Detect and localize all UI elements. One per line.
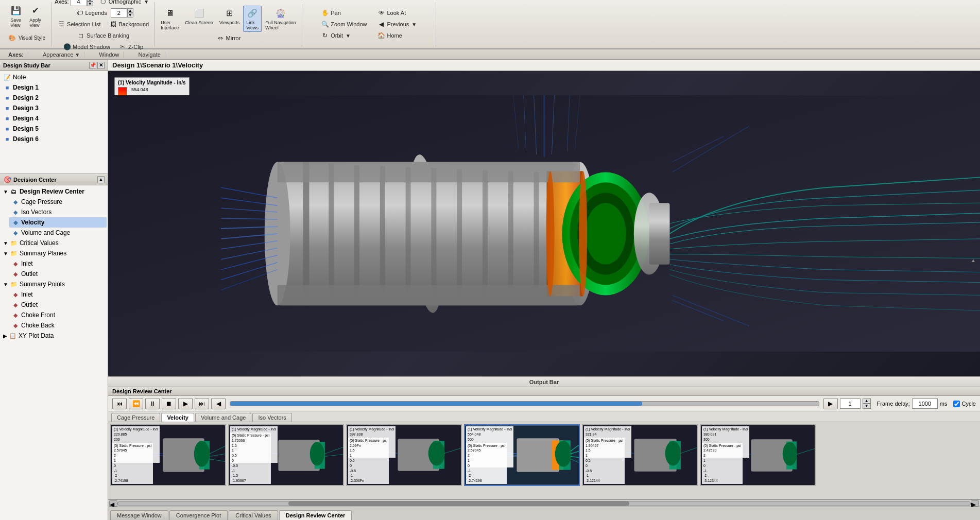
frame-dn[interactable]: ▼ <box>863 404 871 409</box>
view-settings-tab[interactable]: Axes: <box>4 51 28 58</box>
pan-button[interactable]: ✋ Pan <box>318 8 369 18</box>
play-to-end[interactable]: ⏭ <box>195 398 209 409</box>
legends-dn[interactable]: ▼ <box>127 13 133 18</box>
previous-button[interactable]: ◀ Previous ▼ <box>375 19 420 29</box>
tree-note[interactable]: 📝 Note <box>1 72 107 82</box>
viewports-button[interactable]: ⊞ Viewports <box>217 6 242 27</box>
tree-critical-values[interactable]: ▼ 📁 Critical Values <box>1 238 107 248</box>
visual-style-button[interactable]: 🎨 Visual Style <box>3 30 48 46</box>
bottom-tab-critical-values[interactable]: Critical Values <box>229 510 278 520</box>
output-tab-iso-vectors[interactable]: Iso Vectors <box>252 413 291 422</box>
tree-design3[interactable]: ■ Design 3 <box>1 103 107 113</box>
playback-progress[interactable] <box>230 401 819 406</box>
z-clip-button[interactable]: ✂ Z-Clip <box>116 42 146 52</box>
zoom-window-button[interactable]: 🔍 Zoom Window <box>318 19 369 29</box>
background-button[interactable]: 🖼 Background <box>107 19 152 29</box>
design4-icon: ■ <box>3 114 11 123</box>
appearance-dropdown[interactable]: ▼ <box>75 52 80 58</box>
thumbnails-scrollbar[interactable]: ◀ ▶ <box>108 499 980 507</box>
tree-inlet-plane[interactable]: ◆ Inlet <box>9 258 107 269</box>
mirror-button[interactable]: ⇔ Mirror <box>214 33 244 43</box>
panel-close-button[interactable]: ✕ <box>97 62 105 69</box>
tree-inlet-pt[interactable]: ◆ Inlet <box>9 289 107 300</box>
tree-cage-pressure[interactable]: ◆ Cage Pressure <box>9 197 107 207</box>
play-forward[interactable]: ▶ <box>178 398 193 409</box>
tree-volume-and-cage[interactable]: ◆ Volume and Cage <box>9 228 107 238</box>
user-interface-button[interactable]: 🖥 UserInterface <box>158 6 181 32</box>
play-back[interactable]: ⏪ <box>129 398 143 409</box>
apply-view-button[interactable]: ✔ ApplyView <box>26 3 45 29</box>
window-label: Window <box>99 51 119 58</box>
thumbnail-6[interactable]: (1) Velocity Magnitude - in/s380.0813002… <box>700 424 816 486</box>
scroll-left[interactable]: ◀ <box>109 500 117 507</box>
appearance-row2: 🏷 Legends 2 ▲ ▼ <box>73 8 133 18</box>
tree-design-review-center[interactable]: ▼ 🗂 Design Review Center <box>1 186 107 197</box>
stop[interactable]: ⏹ <box>162 398 176 409</box>
axes-spinner[interactable]: 4 ▲ ▼ <box>71 0 93 6</box>
axes-dn[interactable]: ▼ <box>87 2 93 6</box>
frame-number-input[interactable] <box>840 398 861 409</box>
tree-summary-planes[interactable]: ▼ 📁 Summary Planes <box>1 248 107 258</box>
frame-up[interactable]: ▲ <box>863 398 871 404</box>
output-bar-expand[interactable]: ▲ <box>971 257 976 263</box>
scroll-right[interactable]: ▶ <box>971 500 979 507</box>
look-at-button[interactable]: 👁 Look At <box>375 8 420 18</box>
tree-choke-back[interactable]: ◆ Choke Back <box>9 320 107 331</box>
frame-delay-input[interactable] <box>912 398 938 409</box>
home-button[interactable]: 🏠 Home <box>375 30 420 41</box>
surface-blanking-button[interactable]: ◻ Surface Blanking <box>74 30 132 41</box>
scroll-track[interactable] <box>117 501 971 506</box>
thumbnail-2[interactable]: (1) Velocity Magnitude - in/s876.6357005… <box>228 424 344 486</box>
tree-xy-plot-data[interactable]: ▶ 📋 XY Plot Data <box>1 331 107 341</box>
tree-design2[interactable]: ■ Design 2 <box>1 93 107 103</box>
output-tab-velocity[interactable]: Velocity <box>161 413 194 422</box>
legends-button[interactable]: 🏷 Legends <box>73 8 110 18</box>
model-shadow-button[interactable]: 🌑 Model Shadow <box>60 42 113 52</box>
save-view-button[interactable]: 💾 SaveView <box>7 3 25 29</box>
main-layout: Design Study Bar 📌 ✕ 📝 Note ■ Design 1 ■… <box>0 60 980 520</box>
tree-iso-vectors[interactable]: ◆ Iso Vectors <box>9 207 107 217</box>
pause[interactable]: ⏸ <box>145 398 160 409</box>
legends-spinner[interactable]: 2 ▲ ▼ <box>111 8 133 18</box>
tree-choke-front[interactable]: ◆ Choke Front <box>9 310 107 320</box>
dc-scroll-up[interactable]: ▲ <box>97 176 105 183</box>
legends-input[interactable]: 2 <box>111 8 127 18</box>
tree-design4[interactable]: ■ Design 4 <box>1 113 107 124</box>
panel-pin-button[interactable]: 📌 <box>89 62 96 69</box>
appearance-tab[interactable]: Appearance ▼ <box>39 51 84 58</box>
design1-label: Design 1 <box>13 84 39 91</box>
tree-design6[interactable]: ■ Design 6 <box>1 134 107 144</box>
tree-outlet-pt[interactable]: ◆ Outlet <box>9 300 107 310</box>
axes-input[interactable]: 4 <box>71 0 87 6</box>
output-tab-cage-pressure[interactable]: Cage Pressure <box>111 413 160 422</box>
output-tab-volume-cage[interactable]: Volume and Cage <box>195 413 251 422</box>
selection-list-button[interactable]: ☰ Selection List <box>55 19 103 29</box>
thumbnail-4[interactable]: (1) Velocity Magnitude - in/s554.0485004… <box>464 424 580 486</box>
tree-summary-points[interactable]: ▼ 📁 Summary Points <box>1 279 107 289</box>
navigate-tab[interactable]: Navigate <box>134 51 165 58</box>
thumbnail-1[interactable]: (1) Velocity Magnitude - in/s220.8852001… <box>110 424 226 486</box>
design3-label: Design 3 <box>13 105 39 112</box>
bottom-tab-message-window[interactable]: Message Window <box>110 510 168 520</box>
tree-velocity[interactable]: ◆ Velocity <box>9 217 107 228</box>
tree-design5[interactable]: ■ Design 5 <box>1 124 107 134</box>
full-nav-wheel-button[interactable]: 🎡 Full NavigationWheel <box>263 6 299 32</box>
legends-up[interactable]: ▲ <box>127 8 133 13</box>
tree-design1[interactable]: ■ Design 1 <box>1 82 107 93</box>
play-to-start[interactable]: ⏮ <box>112 398 127 409</box>
thumbnail-5[interactable]: (1) Velocity Magnitude - in/s321.8430020… <box>582 424 698 486</box>
cycle-checkbox[interactable] <box>953 401 960 407</box>
orthographic-button[interactable]: ⬡ Orthographic ▼ <box>96 0 152 7</box>
clean-screen-button[interactable]: ⬜ Clean Screen <box>182 6 216 27</box>
link-views-button[interactable]: 🔗 LinkViews <box>243 6 262 32</box>
play-right-arrow[interactable]: ▶ <box>823 398 838 409</box>
bottom-tab-convergence-plot[interactable]: Convergence Plot <box>169 510 228 520</box>
thumbnail-3[interactable]: (1) Velocity Magnitude - in/s397.8383002… <box>346 424 462 486</box>
window-tab[interactable]: Window <box>95 51 124 58</box>
bottom-tab-design-review-center[interactable]: Design Review Center <box>279 510 352 520</box>
svg-point-87 <box>665 441 681 465</box>
viewport-3d[interactable]: (1) Velocity Magnitude - in/s 554.048 50… <box>108 71 980 376</box>
tree-outlet-plane[interactable]: ◆ Outlet <box>9 269 107 279</box>
play-expand[interactable]: ◀ <box>211 398 226 409</box>
orbit-button[interactable]: ↻ Orbit ▼ <box>318 30 369 41</box>
